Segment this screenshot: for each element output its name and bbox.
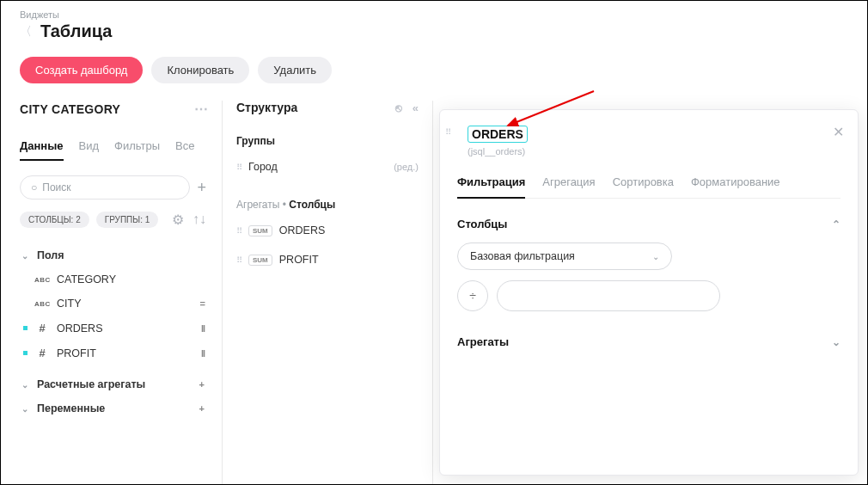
sum-badge: SUM bbox=[248, 255, 272, 266]
marker-icon bbox=[23, 326, 28, 330]
panel-subtitle: (jsql__orders) bbox=[468, 146, 840, 157]
tab-all[interactable]: Все bbox=[175, 139, 194, 161]
field-item[interactable]: #ORDERSll bbox=[20, 316, 206, 341]
edit-label[interactable]: (ред.) bbox=[394, 162, 419, 172]
aggregates-heading: Агрегаты • Столбцы bbox=[236, 199, 419, 211]
settings-icon[interactable]: ⚙ bbox=[172, 212, 184, 228]
filter-value-input[interactable] bbox=[497, 280, 720, 311]
tab-data[interactable]: Данные bbox=[20, 139, 64, 161]
section-aggregates[interactable]: Агрегаты ⌄ bbox=[457, 335, 840, 348]
type-number-icon: # bbox=[34, 347, 50, 359]
tab-view[interactable]: Вид bbox=[79, 139, 100, 161]
drag-handle-icon[interactable]: ⠿ bbox=[445, 127, 450, 137]
operator-button[interactable]: ÷ bbox=[457, 280, 488, 311]
type-text-icon: ABC bbox=[34, 276, 50, 284]
panel-tab-filter[interactable]: Фильтрация bbox=[457, 175, 525, 199]
panel-tab-format[interactable]: Форматирование bbox=[691, 175, 780, 198]
chip-groups[interactable]: ГРУППЫ: 1 bbox=[96, 212, 159, 228]
type-number-icon: # bbox=[34, 322, 50, 335]
clone-button[interactable]: Клонировать bbox=[151, 57, 249, 83]
chip-columns[interactable]: СТОЛБЦЫ: 2 bbox=[20, 212, 89, 228]
tree-section-calc[interactable]: ⌄ Расчетные агрегаты + bbox=[20, 372, 206, 396]
chevron-up-icon: ⌃ bbox=[832, 218, 840, 230]
chevron-down-icon: ⌄ bbox=[21, 251, 30, 261]
sort-icon[interactable]: ↑↓ bbox=[193, 212, 206, 228]
field-item[interactable]: #PROFITll bbox=[20, 341, 206, 365]
page-title: Таблица bbox=[40, 21, 112, 41]
lock-icon[interactable]: ⎋ bbox=[395, 101, 402, 114]
tree-section-vars[interactable]: ⌄ Переменные + bbox=[20, 396, 206, 421]
type-text-icon: ABC bbox=[34, 300, 50, 308]
chevron-down-icon: ⌄ bbox=[832, 336, 840, 348]
tree-section-fields[interactable]: ⌄ Поля bbox=[20, 243, 206, 267]
add-var-button[interactable]: + bbox=[199, 403, 205, 414]
create-dashboard-button[interactable]: Создать дашборд bbox=[20, 57, 143, 83]
add-field-button[interactable]: + bbox=[197, 179, 206, 197]
chevron-down-icon: ⌄ bbox=[21, 404, 30, 414]
delete-button[interactable]: Удалить bbox=[258, 57, 332, 83]
sum-badge: SUM bbox=[248, 225, 272, 236]
search-icon: ○ bbox=[31, 181, 37, 193]
section-columns[interactable]: Столбцы ⌃ bbox=[457, 218, 840, 230]
back-chevron-icon[interactable]: 〈 bbox=[20, 24, 32, 40]
drag-handle-icon[interactable]: ⠿ bbox=[236, 163, 241, 172]
group-item[interactable]: ⠿ Город (ред.) bbox=[236, 157, 419, 176]
field-item[interactable]: ABCCITY= bbox=[20, 292, 206, 316]
breadcrumb[interactable]: Виджеты bbox=[20, 9, 848, 20]
drag-handle-icon[interactable]: ⠿ bbox=[236, 255, 241, 265]
panel-tab-sort[interactable]: Сортировка bbox=[613, 175, 674, 198]
field-action-icon[interactable]: = bbox=[200, 298, 205, 309]
search-input[interactable]: ○ Поиск bbox=[20, 175, 190, 200]
field-action-icon[interactable]: ll bbox=[201, 348, 205, 359]
field-action-icon[interactable]: ll bbox=[201, 323, 205, 334]
groups-heading: Группы bbox=[236, 135, 419, 147]
filter-type-select[interactable]: Базовая фильтрация ⌄ bbox=[457, 242, 672, 270]
aggregate-item[interactable]: ⠿SUMPROFIT bbox=[236, 250, 419, 269]
drag-handle-icon[interactable]: ⠿ bbox=[236, 226, 241, 236]
collapse-icon[interactable]: « bbox=[413, 101, 419, 114]
add-calc-button[interactable]: + bbox=[199, 379, 205, 390]
close-icon[interactable]: ✕ bbox=[833, 124, 844, 140]
structure-title: Структура bbox=[236, 101, 297, 114]
field-settings-panel: ⠿ ✕ ORDERS (jsql__orders) Фильтрация Агр… bbox=[439, 109, 859, 476]
panel-tab-aggregation[interactable]: Агрегация bbox=[542, 175, 595, 198]
chevron-down-icon: ⌄ bbox=[652, 252, 659, 261]
tab-filters[interactable]: Фильтры bbox=[114, 139, 160, 161]
marker-icon bbox=[23, 351, 28, 355]
field-item[interactable]: ABCCATEGORY bbox=[20, 267, 206, 292]
datasource-name: CITY CATEGORY bbox=[20, 102, 120, 116]
panel-title[interactable]: ORDERS bbox=[468, 126, 528, 143]
datasource-menu-icon[interactable]: ⋯ bbox=[194, 101, 206, 117]
aggregate-item[interactable]: ⠿SUMORDERS bbox=[236, 221, 419, 240]
chevron-down-icon: ⌄ bbox=[21, 380, 30, 390]
